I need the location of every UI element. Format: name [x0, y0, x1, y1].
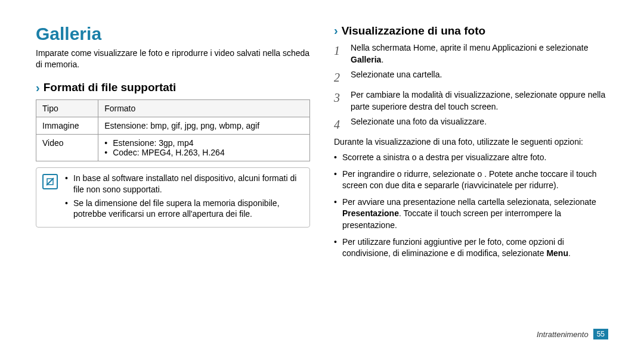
- table-header-format: Formato: [98, 99, 310, 117]
- step-body: Selezionate una cartella.: [351, 69, 608, 86]
- video-codec: Codec: MPEG4, H.263, H.264: [104, 148, 304, 157]
- option-item: Per utilizzare funzioni aggiuntive per l…: [334, 236, 608, 260]
- step-body: Selezionate una foto da visualizzare.: [351, 116, 608, 133]
- footer-section: Intrattenimento: [537, 330, 589, 339]
- option-item: Per avviare una presentazione nella cart…: [334, 197, 608, 232]
- main-heading: Galleria: [36, 24, 310, 44]
- steps-list: 1 Nella schermata Home, aprite il menu A…: [334, 42, 608, 133]
- section-view-head: › Visualizzazione di una foto: [334, 24, 608, 38]
- section-formats-title: Formati di file supportati: [44, 81, 177, 94]
- step-number: 1: [334, 42, 345, 66]
- cell-video-type: Video: [36, 134, 98, 161]
- page-columns: Galleria Imparate come visualizzare le f…: [36, 24, 608, 264]
- note-item: In base al software installato nel dispo…: [65, 173, 304, 195]
- chevron-icon: ›: [36, 81, 40, 95]
- note-list: In base al software installato nel dispo…: [65, 173, 304, 223]
- opt-text: Per avviare una presentazione nella cart…: [342, 197, 596, 207]
- opt-bold: Menu: [546, 248, 568, 258]
- step-text: Nella schermata Home, aprite il menu App…: [351, 43, 588, 52]
- cell-video-format: Estensione: 3gp, mp4 Codec: MPEG4, H.263…: [98, 134, 310, 161]
- section-view-title: Visualizzazione di una foto: [342, 24, 485, 38]
- page-number: 55: [593, 329, 608, 339]
- step-number: 2: [334, 69, 345, 86]
- left-column: Galleria Imparate come visualizzare le f…: [36, 24, 310, 264]
- note-box: In base al software installato nel dispo…: [36, 167, 310, 228]
- step-item: 4 Selezionate una foto da visualizzare.: [334, 116, 608, 133]
- step-text: .: [381, 55, 383, 64]
- step-item: 1 Nella schermata Home, aprite il menu A…: [334, 42, 608, 66]
- table-row: Tipo Formato: [36, 99, 310, 117]
- formats-table: Tipo Formato Immagine Estensione: bmp, g…: [36, 99, 310, 161]
- note-item: Se la dimensione del file supera la memo…: [65, 198, 304, 220]
- table-header-type: Tipo: [36, 99, 98, 117]
- section-formats-head: › Formati di file supportati: [36, 81, 310, 95]
- opt-text: Per utilizzare funzioni aggiuntive per l…: [342, 237, 564, 258]
- opt-text: .: [568, 248, 571, 258]
- options-list: Scorrete a sinistra o a destra per visua…: [334, 152, 608, 260]
- step-item: 3 Per cambiare la modalità di visualizza…: [334, 89, 608, 113]
- table-row: Immagine Estensione: bmp, gif, jpg, png,…: [36, 117, 310, 134]
- step-number: 3: [334, 89, 345, 113]
- page-footer: Intrattenimento 55: [537, 329, 608, 339]
- cell-image-type: Immagine: [36, 117, 98, 134]
- step-number: 4: [334, 116, 345, 133]
- cell-image-format: Estensione: bmp, gif, jpg, png, wbmp, ag…: [98, 117, 310, 134]
- table-row: Video Estensione: 3gp, mp4 Codec: MPEG4,…: [36, 134, 310, 161]
- option-item: Per ingrandire o ridurre, selezionate o …: [334, 169, 608, 192]
- step-item: 2 Selezionate una cartella.: [334, 69, 608, 86]
- note-icon: [42, 174, 58, 189]
- step-body: Per cambiare la modalità di visualizzazi…: [351, 89, 608, 113]
- option-item: Scorrete a sinistra o a destra per visua…: [334, 152, 608, 164]
- intro-text: Imparate come visualizzare le foto e rip…: [36, 48, 310, 70]
- step-bold: Galleria: [351, 55, 381, 64]
- step-body: Nella schermata Home, aprite il menu App…: [351, 42, 608, 66]
- options-intro: Durante la visualizzazione di una foto, …: [334, 136, 608, 148]
- chevron-icon: ›: [334, 24, 338, 38]
- video-ext: Estensione: 3gp, mp4: [104, 138, 304, 148]
- svg-line-1: [47, 178, 54, 185]
- opt-bold: Presentazione: [342, 208, 399, 218]
- right-column: › Visualizzazione di una foto 1 Nella sc…: [334, 24, 608, 264]
